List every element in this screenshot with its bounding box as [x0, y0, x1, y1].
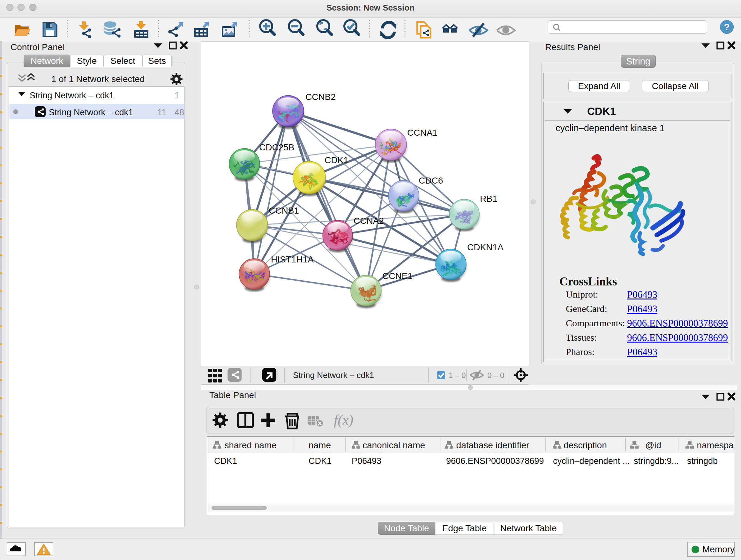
svg-text:CCNE1: CCNE1 — [382, 271, 413, 281]
svg-text:String Network – cdk1: String Network – cdk1 — [30, 91, 114, 100]
svg-text:9606.ENSP00000378699: 9606.ENSP00000378699 — [446, 456, 544, 466]
svg-text:CCNB1: CCNB1 — [269, 206, 299, 215]
svg-text:database identifier: database identifier — [456, 440, 529, 450]
svg-text:CDC25B: CDC25B — [259, 142, 294, 152]
svg-text:1: 1 — [175, 91, 184, 100]
svg-text:shared name: shared name — [224, 440, 276, 450]
svg-text:1 – 0: 1 – 0 — [449, 371, 466, 380]
svg-text:P06493: P06493 — [352, 456, 381, 466]
svg-text:1 of 1 Network selected: 1 of 1 Network selected — [51, 74, 145, 84]
svg-text:namespace: namespace — [697, 440, 734, 450]
svg-text:CDK1: CDK1 — [325, 155, 348, 165]
svg-text:description: description — [563, 440, 607, 450]
svg-text:name: name — [309, 440, 331, 450]
svg-text:CCNA2: CCNA2 — [354, 216, 384, 226]
svg-text:CDC6: CDC6 — [419, 176, 443, 186]
svg-text:f(x): f(x) — [334, 412, 353, 428]
svg-text:CDKN1A: CDKN1A — [467, 242, 503, 252]
svg-text:RB1: RB1 — [480, 194, 497, 204]
svg-text:canonical name: canonical name — [362, 440, 425, 450]
svg-text:CCNB2: CCNB2 — [306, 92, 336, 102]
svg-text:String Network – cdk1: String Network – cdk1 — [293, 370, 374, 380]
svg-text:HIST1H1A: HIST1H1A — [271, 254, 314, 264]
svg-text:CDK1: CDK1 — [309, 456, 332, 466]
svg-text:CDK1: CDK1 — [214, 456, 237, 466]
svg-text:cyclin–dependent ...: cyclin–dependent ... — [553, 456, 630, 466]
svg-text:@id: @id — [645, 440, 661, 450]
svg-text:0 – 0: 0 – 0 — [487, 371, 504, 380]
svg-text:stringdb:9...: stringdb:9... — [634, 456, 679, 466]
svg-text:stringdb: stringdb — [687, 456, 718, 466]
svg-text:CCNA1: CCNA1 — [407, 128, 437, 138]
